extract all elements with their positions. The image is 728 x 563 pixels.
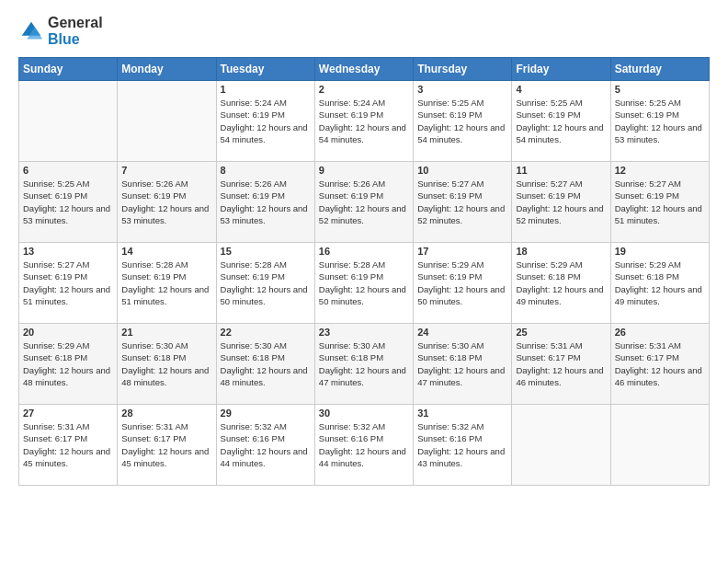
calendar-cell: 17Sunrise: 5:29 AMSunset: 6:19 PMDayligh… [414, 243, 512, 324]
day-number: 16 [319, 246, 409, 257]
cell-content: Sunrise: 5:29 AMSunset: 6:18 PMDaylight:… [516, 259, 606, 307]
day-number: 20 [23, 327, 113, 338]
daylight-text: Daylight: 12 hours and 50 minutes. [417, 284, 505, 306]
calendar-cell: 8Sunrise: 5:26 AMSunset: 6:19 PMDaylight… [216, 162, 314, 243]
sunset-text: Sunset: 6:19 PM [417, 271, 482, 282]
sunset-text: Sunset: 6:18 PM [615, 271, 679, 282]
sunset-text: Sunset: 6:17 PM [516, 352, 580, 362]
cell-content: Sunrise: 5:28 AMSunset: 6:19 PMDaylight:… [319, 259, 409, 307]
calendar-table: SundayMondayTuesdayWednesdayThursdayFrid… [18, 57, 710, 486]
day-number: 27 [23, 408, 113, 419]
cell-content: Sunrise: 5:32 AMSunset: 6:16 PMDaylight:… [221, 420, 311, 469]
daylight-text: Daylight: 12 hours and 51 minutes. [121, 284, 209, 306]
calendar-cell: 11Sunrise: 5:27 AMSunset: 6:19 PMDayligh… [512, 162, 610, 243]
weekday-header-sunday: Sunday [19, 58, 118, 81]
day-number: 18 [516, 246, 606, 257]
cell-content: Sunrise: 5:29 AMSunset: 6:19 PMDaylight:… [417, 259, 507, 307]
sunset-text: Sunset: 6:19 PM [121, 190, 186, 201]
cell-content: Sunrise: 5:27 AMSunset: 6:19 PMDaylight:… [417, 178, 507, 226]
sunset-text: Sunset: 6:17 PM [121, 433, 186, 443]
sunrise-text: Sunrise: 5:32 AM [221, 421, 287, 431]
sunset-text: Sunset: 6:19 PM [417, 190, 482, 201]
weekday-header-tuesday: Tuesday [216, 58, 314, 81]
sunset-text: Sunset: 6:19 PM [516, 190, 580, 201]
calendar-week-row: 13Sunrise: 5:27 AMSunset: 6:19 PMDayligh… [19, 243, 710, 324]
daylight-text: Daylight: 12 hours and 54 minutes. [516, 122, 603, 144]
sunrise-text: Sunrise: 5:28 AM [221, 259, 287, 270]
daylight-text: Daylight: 12 hours and 48 minutes. [121, 365, 209, 387]
calendar-cell: 1Sunrise: 5:24 AMSunset: 6:19 PMDaylight… [216, 81, 314, 162]
day-number: 24 [417, 327, 507, 338]
sunset-text: Sunset: 6:19 PM [221, 190, 285, 201]
calendar-cell: 22Sunrise: 5:30 AMSunset: 6:18 PMDayligh… [216, 324, 314, 405]
day-number: 25 [516, 327, 606, 338]
daylight-text: Daylight: 12 hours and 48 minutes. [23, 365, 110, 387]
sunrise-text: Sunrise: 5:29 AM [417, 259, 483, 270]
daylight-text: Daylight: 12 hours and 49 minutes. [516, 284, 603, 306]
cell-content: Sunrise: 5:30 AMSunset: 6:18 PMDaylight:… [221, 339, 311, 388]
sunrise-text: Sunrise: 5:27 AM [615, 178, 681, 189]
sunrise-text: Sunrise: 5:29 AM [23, 340, 89, 350]
calendar-cell: 4Sunrise: 5:25 AMSunset: 6:19 PMDaylight… [512, 81, 610, 162]
cell-content: Sunrise: 5:31 AMSunset: 6:17 PMDaylight:… [615, 339, 705, 388]
calendar-cell: 26Sunrise: 5:31 AMSunset: 6:17 PMDayligh… [610, 324, 709, 405]
sunrise-text: Sunrise: 5:31 AM [121, 421, 188, 431]
sunrise-text: Sunrise: 5:29 AM [516, 259, 582, 270]
sunrise-text: Sunrise: 5:30 AM [319, 340, 385, 350]
sunset-text: Sunset: 6:18 PM [516, 271, 580, 282]
weekday-header-monday: Monday [118, 58, 216, 81]
calendar-week-row: 27Sunrise: 5:31 AMSunset: 6:17 PMDayligh… [19, 405, 710, 486]
daylight-text: Daylight: 12 hours and 53 minutes. [221, 203, 308, 225]
cell-content: Sunrise: 5:32 AMSunset: 6:16 PMDaylight:… [319, 420, 409, 469]
daylight-text: Daylight: 12 hours and 45 minutes. [23, 446, 110, 468]
sunset-text: Sunset: 6:19 PM [23, 271, 87, 282]
cell-content: Sunrise: 5:30 AMSunset: 6:18 PMDaylight:… [417, 339, 507, 388]
sunrise-text: Sunrise: 5:25 AM [417, 98, 483, 108]
calendar-week-row: 6Sunrise: 5:25 AMSunset: 6:19 PMDaylight… [19, 162, 710, 243]
calendar-cell: 28Sunrise: 5:31 AMSunset: 6:17 PMDayligh… [118, 405, 216, 486]
daylight-text: Daylight: 12 hours and 54 minutes. [319, 122, 406, 144]
calendar-cell: 12Sunrise: 5:27 AMSunset: 6:19 PMDayligh… [610, 162, 709, 243]
daylight-text: Daylight: 12 hours and 50 minutes. [221, 284, 308, 306]
sunset-text: Sunset: 6:17 PM [615, 352, 679, 362]
calendar-cell: 31Sunrise: 5:32 AMSunset: 6:16 PMDayligh… [414, 405, 512, 486]
cell-content: Sunrise: 5:25 AMSunset: 6:19 PMDaylight:… [615, 97, 705, 145]
cell-content: Sunrise: 5:25 AMSunset: 6:19 PMDaylight:… [417, 97, 507, 145]
weekday-header-thursday: Thursday [414, 58, 512, 81]
calendar-cell: 7Sunrise: 5:26 AMSunset: 6:19 PMDaylight… [118, 162, 216, 243]
cell-content: Sunrise: 5:26 AMSunset: 6:19 PMDaylight:… [221, 178, 311, 226]
daylight-text: Daylight: 12 hours and 53 minutes. [121, 203, 209, 225]
cell-content: Sunrise: 5:25 AMSunset: 6:19 PMDaylight:… [23, 178, 113, 226]
sunset-text: Sunset: 6:16 PM [319, 433, 383, 443]
sunrise-text: Sunrise: 5:26 AM [121, 178, 188, 189]
sunset-text: Sunset: 6:19 PM [319, 271, 383, 282]
daylight-text: Daylight: 12 hours and 50 minutes. [319, 284, 406, 306]
calendar-cell: 6Sunrise: 5:25 AMSunset: 6:19 PMDaylight… [19, 162, 118, 243]
cell-content: Sunrise: 5:29 AMSunset: 6:18 PMDaylight:… [615, 259, 705, 307]
day-number: 13 [23, 246, 113, 257]
cell-content: Sunrise: 5:30 AMSunset: 6:18 PMDaylight:… [121, 339, 211, 388]
daylight-text: Daylight: 12 hours and 44 minutes. [221, 446, 308, 468]
cell-content: Sunrise: 5:27 AMSunset: 6:19 PMDaylight:… [516, 178, 606, 226]
sunset-text: Sunset: 6:18 PM [319, 352, 383, 362]
cell-content: Sunrise: 5:26 AMSunset: 6:19 PMDaylight:… [121, 178, 211, 226]
cell-content: Sunrise: 5:24 AMSunset: 6:19 PMDaylight:… [319, 97, 409, 145]
day-number: 9 [319, 165, 409, 176]
cell-content: Sunrise: 5:32 AMSunset: 6:16 PMDaylight:… [417, 420, 507, 469]
sunrise-text: Sunrise: 5:31 AM [516, 340, 582, 350]
day-number: 3 [417, 84, 507, 95]
day-number: 21 [121, 327, 211, 338]
sunrise-text: Sunrise: 5:25 AM [516, 98, 582, 108]
day-number: 28 [121, 408, 211, 419]
day-number: 31 [417, 408, 507, 419]
calendar-cell: 13Sunrise: 5:27 AMSunset: 6:19 PMDayligh… [19, 243, 118, 324]
day-number: 15 [221, 246, 311, 257]
weekday-header-row: SundayMondayTuesdayWednesdayThursdayFrid… [19, 58, 710, 81]
sunset-text: Sunset: 6:19 PM [121, 271, 186, 282]
sunrise-text: Sunrise: 5:27 AM [417, 178, 483, 189]
day-number: 26 [615, 327, 705, 338]
sunset-text: Sunset: 6:18 PM [121, 352, 186, 362]
cell-content: Sunrise: 5:31 AMSunset: 6:17 PMDaylight:… [23, 420, 113, 469]
sunset-text: Sunset: 6:17 PM [23, 433, 87, 443]
cell-content: Sunrise: 5:28 AMSunset: 6:19 PMDaylight:… [121, 259, 211, 307]
